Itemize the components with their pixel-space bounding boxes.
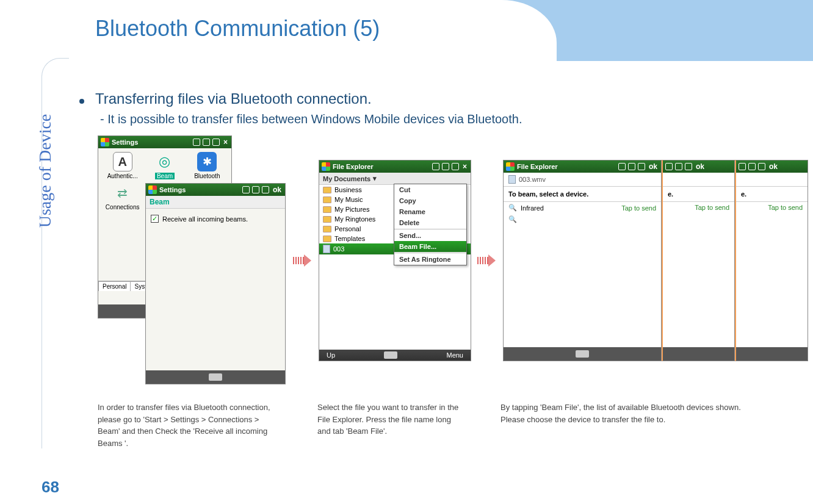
side-tab-label: Usage of Device bbox=[35, 114, 55, 228]
path-text: My Documents bbox=[323, 175, 370, 182]
tray-icon bbox=[193, 139, 200, 146]
menu-item-cut[interactable]: Cut bbox=[394, 184, 466, 195]
tray-icon bbox=[432, 163, 439, 170]
windows-logo-icon bbox=[506, 162, 515, 171]
file-icon bbox=[323, 245, 330, 253]
close-icon[interactable]: × bbox=[461, 162, 468, 171]
device-row[interactable]: Tap to send bbox=[736, 202, 808, 213]
screenshot-group-settings: Settings × A Authentic... ◎ Beam bbox=[98, 135, 287, 386]
titlebar-file-explorer: File Explorer ok bbox=[504, 160, 661, 173]
settings-label: Beam bbox=[155, 173, 175, 179]
pda-file-explorer: File Explorer × My Documents ▾ Business … bbox=[319, 160, 471, 361]
folder-name: My Ringtones bbox=[334, 215, 375, 223]
receive-beams-checkbox-row[interactable]: ✓ Receive all incoming beams. bbox=[146, 209, 285, 229]
tray-signal-icon bbox=[675, 163, 682, 170]
menu-separator bbox=[394, 229, 466, 229]
tray-volume-icon bbox=[758, 163, 765, 170]
connections-icon: ⇄ bbox=[113, 183, 132, 203]
softkey-bar: Up Menu bbox=[319, 350, 471, 361]
tray-signal-icon bbox=[748, 163, 756, 170]
softkey-up[interactable]: Up bbox=[327, 351, 335, 359]
titlebar: ok bbox=[663, 160, 734, 173]
tray-signal-icon bbox=[203, 139, 210, 146]
tab-personal[interactable]: Personal bbox=[98, 281, 131, 291]
titlebar: ok bbox=[736, 160, 808, 173]
menu-item-delete[interactable]: Delete bbox=[394, 217, 466, 228]
pda-beam-window: Settings ok Beam ✓ Receive all incoming … bbox=[145, 183, 286, 384]
caption-3: By tapping 'Beam File', the list of avai… bbox=[500, 401, 763, 449]
softkey-bar bbox=[663, 347, 734, 361]
tray-signal-icon bbox=[628, 163, 635, 170]
windows-logo-icon bbox=[148, 185, 157, 194]
ok-button[interactable]: ok bbox=[768, 162, 779, 171]
ok-button[interactable]: ok bbox=[648, 162, 659, 171]
file-name: 003 bbox=[333, 245, 344, 253]
search-icon: 🔍 bbox=[508, 215, 517, 223]
folder-name: Personal bbox=[334, 225, 361, 232]
folder-name: My Music bbox=[334, 196, 363, 203]
bullet-dot-icon bbox=[79, 99, 84, 104]
tap-to-send-label: Tap to send bbox=[768, 204, 803, 211]
tray-icon bbox=[242, 186, 250, 193]
sub-bullet-text: - It is possible to transfer files betwe… bbox=[100, 112, 776, 126]
folder-name: Templates bbox=[334, 235, 365, 242]
tray-signal-icon bbox=[442, 163, 449, 170]
settings-item-authentic[interactable]: A Authentic... bbox=[102, 152, 143, 179]
page-number: 68 bbox=[42, 478, 59, 497]
screenshots-row: Settings × A Authentic... ◎ Beam bbox=[98, 135, 808, 386]
windows-logo-icon bbox=[101, 138, 109, 146]
keyboard-icon[interactable] bbox=[384, 351, 397, 359]
settings-label: Bluetooth bbox=[194, 173, 220, 179]
settings-label: Authentic... bbox=[107, 173, 138, 179]
ok-button[interactable]: ok bbox=[695, 162, 706, 171]
beam-instruction-clip: e. bbox=[663, 186, 734, 202]
softkey-menu[interactable]: Menu bbox=[446, 351, 463, 359]
titlebar-settings: Settings × bbox=[98, 136, 231, 148]
context-menu: Cut Copy Rename Delete Send... Beam File… bbox=[394, 184, 467, 265]
tray-volume-icon bbox=[212, 139, 220, 146]
softkey-bar bbox=[736, 347, 808, 361]
keyboard-icon[interactable] bbox=[576, 350, 589, 358]
caption-2: Select the file you want to transfer in … bbox=[317, 401, 464, 449]
tray-icon bbox=[665, 163, 673, 170]
menu-item-set-ringtone[interactable]: Set As Ringtone bbox=[394, 254, 466, 265]
menu-item-send[interactable]: Send... bbox=[394, 230, 466, 241]
folder-icon bbox=[323, 226, 331, 232]
menu-item-copy[interactable]: Copy bbox=[394, 195, 466, 206]
close-icon[interactable]: × bbox=[222, 138, 229, 146]
ok-button[interactable]: ok bbox=[272, 185, 283, 194]
beam-instruction: To beam, select a device. bbox=[504, 186, 661, 202]
menu-item-beam-file[interactable]: Beam File... bbox=[394, 241, 466, 252]
settings-item-connections[interactable]: ⇄ Connections bbox=[102, 183, 143, 211]
tray-volume-icon bbox=[452, 163, 459, 170]
settings-item-bluetooth[interactable]: ✱ Bluetooth bbox=[187, 152, 228, 179]
path-dropdown[interactable]: My Documents ▾ bbox=[319, 173, 471, 185]
keyboard-icon[interactable] bbox=[209, 373, 222, 381]
settings-label: Connections bbox=[106, 204, 140, 211]
tray-volume-icon bbox=[638, 163, 645, 170]
beam-section-header: Beam bbox=[146, 196, 285, 209]
device-row-infrared[interactable]: 🔍 Infrared Tap to send bbox=[504, 202, 661, 214]
file-icon bbox=[508, 175, 516, 184]
captions-row: In order to transfer files via Bluetooth… bbox=[98, 401, 763, 449]
softkey-bar bbox=[504, 347, 661, 361]
tray-icon bbox=[739, 163, 746, 170]
title-text: Settings bbox=[112, 139, 138, 146]
title-text: Settings bbox=[159, 186, 186, 193]
settings-item-beam[interactable]: ◎ Beam bbox=[144, 152, 185, 179]
menu-separator bbox=[394, 253, 466, 253]
device-row-searching: 🔍 bbox=[504, 214, 661, 225]
titlebar-beam: Settings ok bbox=[146, 184, 285, 196]
checkbox-icon[interactable]: ✓ bbox=[151, 215, 159, 223]
bluetooth-icon: ✱ bbox=[197, 152, 217, 171]
screenshot-group-devicelist: File Explorer ok 003.wmv To beam, select… bbox=[503, 160, 808, 361]
tap-to-send-label: Tap to send bbox=[621, 204, 656, 212]
beam-icon: ◎ bbox=[155, 152, 175, 171]
menu-item-rename[interactable]: Rename bbox=[394, 206, 466, 217]
tray-signal-icon bbox=[252, 186, 259, 193]
folder-icon bbox=[323, 196, 331, 203]
device-row[interactable]: Tap to send bbox=[663, 202, 734, 213]
titlebar-file-explorer: File Explorer × bbox=[319, 160, 471, 173]
pda-beam-device-list-clip: ok e. Tap to send bbox=[662, 160, 735, 361]
folder-name: My Pictures bbox=[334, 206, 369, 213]
